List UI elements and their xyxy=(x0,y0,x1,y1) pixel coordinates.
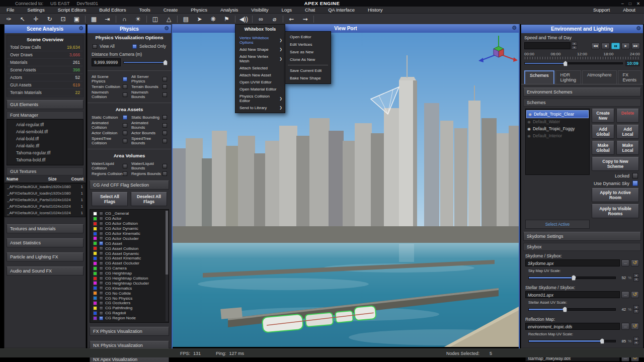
flag-row[interactable]: CG No Collide xyxy=(90,291,169,296)
menu-item[interactable]: Open Material Editor xyxy=(235,85,285,93)
menu-item[interactable]: Settings xyxy=(21,7,51,13)
toggle-row[interactable]: SpeedTree Bounds xyxy=(131,136,167,145)
checkbox[interactable] xyxy=(99,232,103,236)
align-icon[interactable]: ⇥ xyxy=(101,14,114,24)
speed-input[interactable] xyxy=(524,42,571,49)
pick-object-icon[interactable]: ➤ xyxy=(193,14,206,24)
checkbox[interactable] xyxy=(123,84,127,89)
scheme-action-button[interactable]: Add Local xyxy=(616,125,639,139)
col-size[interactable]: Size xyxy=(48,176,71,182)
checkbox[interactable] xyxy=(99,306,103,310)
menu-item[interactable]: About xyxy=(616,7,642,13)
menu-item[interactable]: Send to Library ❯ xyxy=(235,104,285,111)
font-item[interactable]: Arial-italic.tff xyxy=(7,142,83,149)
uv-spinner[interactable]: ▲ ▼ xyxy=(633,337,639,345)
tab[interactable]: Schemes xyxy=(524,70,554,84)
play[interactable]: ▶ xyxy=(621,43,630,49)
flag-row[interactable]: CG Asset Occluder xyxy=(90,261,169,266)
section-environment-schemes[interactable]: Environment Schemes xyxy=(523,87,641,97)
font-item[interactable]: Tahoma-regular.tff xyxy=(7,149,83,156)
package-icon[interactable]: ◫ xyxy=(148,14,162,24)
toggle-row[interactable]: Regions Bounds xyxy=(131,171,167,176)
menu-item[interactable]: Logs xyxy=(275,7,298,13)
flag-row[interactable]: CG _General xyxy=(90,211,169,216)
scheme-action-button[interactable]: Create New xyxy=(592,109,614,123)
checkbox[interactable] xyxy=(99,301,103,305)
spinner-up-icon[interactable]: ▲ xyxy=(633,274,639,278)
checkbox[interactable] xyxy=(99,277,103,281)
section-skydome-settings[interactable]: Skydome Settings xyxy=(523,232,641,241)
tab[interactable]: Atmosphere xyxy=(582,70,617,84)
scheme-item[interactable]: ◉ Default_Tropic_Foggy xyxy=(526,125,589,132)
unlink-icon[interactable]: ⌀ xyxy=(268,14,281,24)
checkbox-row[interactable]: Selected Only xyxy=(132,44,166,49)
eye-icon[interactable]: ◉ xyxy=(528,112,532,117)
menu-item[interactable]: Save Current Edit xyxy=(285,67,331,74)
menu-item[interactable]: Bake New Shape xyxy=(285,74,331,82)
tab[interactable]: FX Events xyxy=(618,70,642,84)
menu-item[interactable]: Chat xyxy=(298,7,321,13)
uv-scale-slider[interactable] xyxy=(528,277,616,279)
browse-button[interactable]: ... xyxy=(621,323,629,330)
distance-slider[interactable] xyxy=(123,61,167,63)
spinner-down-icon[interactable]: ▼ xyxy=(633,341,639,345)
scheme-action-button[interactable]: Add Global xyxy=(592,125,614,139)
menu-item[interactable]: Vertex Whitebox Options ❯ xyxy=(235,34,285,46)
checkbox[interactable] xyxy=(99,286,103,290)
checkbox[interactable] xyxy=(163,171,167,176)
checkbox[interactable] xyxy=(99,316,103,320)
toggle-row[interactable]: Terrain Bounds xyxy=(131,84,167,89)
toggle-row[interactable]: Animated Bounds xyxy=(131,121,167,130)
flag-row[interactable]: CG Kinematics xyxy=(90,286,169,291)
checkbox[interactable] xyxy=(99,261,103,265)
flag-row[interactable]: CG Heightmap Collision xyxy=(90,276,169,281)
minimize[interactable]: – xyxy=(621,1,624,6)
toggle-row[interactable]: Animated Collision xyxy=(92,121,127,130)
collapsed-section[interactable]: Particle and Lighting FX xyxy=(7,252,84,261)
toggle-row[interactable]: Static Collision xyxy=(92,115,127,120)
section-flag-selection[interactable]: CG And CFF Flag Selection xyxy=(90,180,169,190)
rewind[interactable]: ◀◀ xyxy=(591,43,600,49)
menu-item[interactable]: History xyxy=(361,7,389,13)
undo-icon[interactable]: ↺ xyxy=(631,291,639,298)
collapsed-section[interactable]: Audio and Sound FX xyxy=(7,266,84,276)
apply-button[interactable]: Apply to Visible Rooms xyxy=(592,204,639,218)
flag-row[interactable]: CG Heightmap xyxy=(90,271,169,276)
deselect-all-flags-button[interactable]: Deselect All Flags xyxy=(131,192,167,206)
flag-row[interactable]: CG Ragdoll xyxy=(90,311,169,316)
slider-handle[interactable] xyxy=(572,275,576,281)
tab[interactable]: HDR Lighting xyxy=(555,70,582,84)
checkbox[interactable] xyxy=(99,241,103,245)
uv-scale-slider[interactable] xyxy=(528,340,616,342)
flag-row[interactable]: CG Occluders xyxy=(90,301,169,306)
toggle-row[interactable]: All Server Physics xyxy=(131,74,167,83)
uv-spinner[interactable]: ▲ ▼ xyxy=(633,274,639,282)
menu-item[interactable]: Physics xyxy=(184,7,214,13)
asset-input[interactable]: Moons01.apx xyxy=(525,291,620,298)
browse-button[interactable]: ... xyxy=(621,291,629,298)
checkbox[interactable] xyxy=(163,139,167,143)
checkbox[interactable] xyxy=(99,311,103,315)
menu-item[interactable]: Create xyxy=(157,7,185,13)
toggle-row[interactable]: SpeedTree Collision xyxy=(92,136,127,145)
section-font-manager[interactable]: Font Manager xyxy=(7,111,84,119)
checkbox[interactable] xyxy=(123,77,127,81)
paint-tool-icon[interactable]: ✑ xyxy=(2,14,16,24)
menu-item[interactable]: Script Editors xyxy=(51,7,93,13)
slider-handle[interactable] xyxy=(562,307,567,312)
font-item[interactable]: Arial-regular.tff xyxy=(7,121,83,128)
flag-row[interactable]: CG Asset Dynamic xyxy=(90,251,169,256)
scheme-action-button[interactable]: Make Local xyxy=(616,141,639,155)
menu-item[interactable]: Attach Selected xyxy=(235,64,285,71)
browse-button[interactable]: ... xyxy=(621,259,629,266)
toggle-row[interactable]: Water/Liquid Bounds xyxy=(131,161,167,170)
walk-forward-icon[interactable]: ⇝ xyxy=(298,14,312,24)
flag-row[interactable]: CG Actor Dynamic xyxy=(90,226,169,231)
menu-item[interactable]: Tools xyxy=(132,7,156,13)
menu-item[interactable]: Add New Shape ❯ xyxy=(235,46,285,53)
checkbox[interactable] xyxy=(99,222,103,226)
font-item[interactable]: Tahoma-bold.tff xyxy=(7,156,83,163)
flag-row[interactable]: CG Camera xyxy=(90,266,169,271)
menu-item[interactable]: Clone As New xyxy=(285,56,331,63)
checkbox[interactable] xyxy=(163,164,167,168)
